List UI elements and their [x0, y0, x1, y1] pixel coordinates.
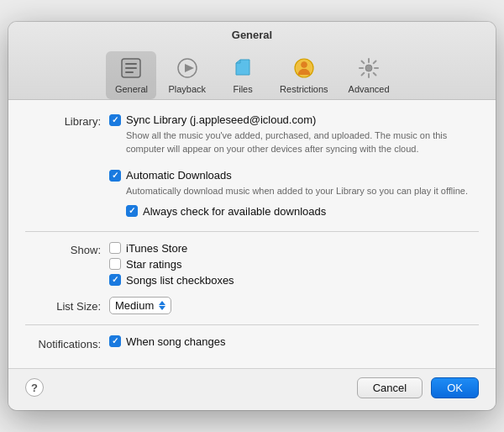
- svg-line-17: [374, 61, 376, 64]
- tab-restrictions-label: Restrictions: [280, 84, 328, 94]
- auto-downloads-row: ✓ Automatic Downloads: [109, 169, 479, 182]
- always-check-checkbox[interactable]: ✓: [126, 205, 138, 217]
- list-size-row: List Size: Medium: [25, 297, 479, 314]
- downloads-row: ✓ Automatic Downloads Automatically down…: [25, 169, 479, 220]
- tab-general-label: General: [115, 84, 148, 94]
- svg-point-10: [365, 65, 372, 71]
- downloads-content: ✓ Automatic Downloads Automatically down…: [109, 169, 479, 220]
- songs-checkboxes-row: ✓ Songs list checkboxes: [109, 274, 479, 287]
- ok-button[interactable]: OK: [431, 377, 479, 398]
- show-label: Show:: [25, 242, 109, 256]
- sync-library-description: Show all the music you've added, purchas…: [109, 129, 479, 155]
- tab-files-label: Files: [233, 84, 252, 94]
- itunes-store-row: ✓ iTunes Store: [109, 242, 479, 255]
- tab-advanced-label: Advanced: [349, 84, 390, 94]
- auto-downloads-description: Automatically download music when added …: [109, 185, 479, 198]
- star-ratings-checkbox[interactable]: ✓: [109, 258, 121, 270]
- sync-library-checkmark: ✓: [112, 116, 118, 124]
- svg-line-18: [362, 73, 365, 76]
- playback-icon: [174, 55, 201, 82]
- footer: ? Cancel OK: [8, 368, 496, 410]
- library-label: Library:: [25, 113, 109, 128]
- files-icon: [229, 55, 256, 82]
- arrow-up-icon: [159, 301, 165, 305]
- arrow-down-icon: [159, 306, 165, 310]
- show-row: Show: ✓ iTunes Store ✓ Star ratings ✓: [25, 242, 479, 290]
- svg-line-15: [362, 61, 365, 64]
- when-song-changes-row: ✓ When song changes: [109, 335, 479, 348]
- list-size-label: List Size:: [25, 298, 109, 313]
- when-song-changes-checkmark: ✓: [112, 337, 118, 345]
- window: General General: [8, 22, 496, 409]
- always-check-row: ✓ Always check for available downloads: [109, 205, 479, 218]
- notifications-row: Notifications: ✓ When song changes: [25, 335, 479, 351]
- tab-playback[interactable]: Playback: [160, 51, 214, 99]
- button-group: Cancel OK: [357, 377, 479, 398]
- list-size-value: Medium: [115, 299, 154, 312]
- when-song-changes-label[interactable]: When song changes: [126, 335, 226, 348]
- general-icon: [118, 55, 144, 82]
- star-ratings-label[interactable]: Star ratings: [126, 258, 181, 271]
- notifications-content: ✓ When song changes: [109, 335, 479, 351]
- tab-general[interactable]: General: [106, 51, 156, 99]
- sync-library-checkbox[interactable]: ✓: [109, 114, 121, 126]
- always-check-label[interactable]: Always check for available downloads: [143, 205, 326, 218]
- divider-1: [25, 231, 479, 232]
- restrictions-icon: [291, 55, 318, 82]
- always-check-checkmark: ✓: [129, 207, 135, 215]
- notifications-label: Notifications:: [25, 336, 109, 350]
- tab-playback-label: Playback: [168, 84, 206, 94]
- songs-checkboxes-checkmark: ✓: [112, 276, 118, 284]
- when-song-changes-checkbox[interactable]: ✓: [109, 335, 121, 347]
- divider-2: [25, 324, 479, 325]
- library-content: ✓ Sync Library (j.appleseed@icloud.com) …: [109, 113, 479, 162]
- cancel-button[interactable]: Cancel: [357, 377, 423, 398]
- help-button[interactable]: ?: [25, 378, 44, 397]
- content-area: Library: ✓ Sync Library (j.appleseed@icl…: [8, 100, 496, 367]
- toolbar: General Playback: [8, 48, 496, 99]
- svg-point-9: [301, 62, 307, 68]
- advanced-icon: [355, 55, 382, 82]
- sync-library-label[interactable]: Sync Library (j.appleseed@icloud.com): [126, 113, 316, 126]
- svg-line-16: [374, 73, 376, 76]
- library-row: Library: ✓ Sync Library (j.appleseed@icl…: [25, 113, 479, 162]
- auto-downloads-checkbox[interactable]: ✓: [109, 170, 121, 182]
- songs-checkboxes-label[interactable]: Songs list checkboxes: [126, 274, 234, 287]
- show-content: ✓ iTunes Store ✓ Star ratings ✓ Songs li…: [109, 242, 479, 290]
- window-title: General: [8, 29, 496, 41]
- songs-checkboxes-checkbox[interactable]: ✓: [109, 274, 121, 286]
- tab-files[interactable]: Files: [218, 51, 268, 99]
- auto-downloads-checkmark: ✓: [112, 171, 118, 180]
- list-size-content: Medium: [109, 297, 479, 314]
- itunes-store-checkbox[interactable]: ✓: [109, 242, 121, 254]
- tab-advanced[interactable]: Advanced: [340, 51, 398, 99]
- titlebar: General General: [8, 22, 496, 100]
- auto-downloads-label[interactable]: Automatic Downloads: [126, 169, 232, 182]
- sync-library-row: ✓ Sync Library (j.appleseed@icloud.com): [109, 113, 479, 126]
- itunes-store-label[interactable]: iTunes Store: [126, 242, 187, 255]
- tab-restrictions[interactable]: Restrictions: [271, 51, 336, 99]
- select-arrows: [159, 301, 165, 310]
- star-ratings-row: ✓ Star ratings: [109, 258, 479, 271]
- svg-marker-6: [185, 64, 194, 72]
- list-size-select[interactable]: Medium: [109, 297, 171, 314]
